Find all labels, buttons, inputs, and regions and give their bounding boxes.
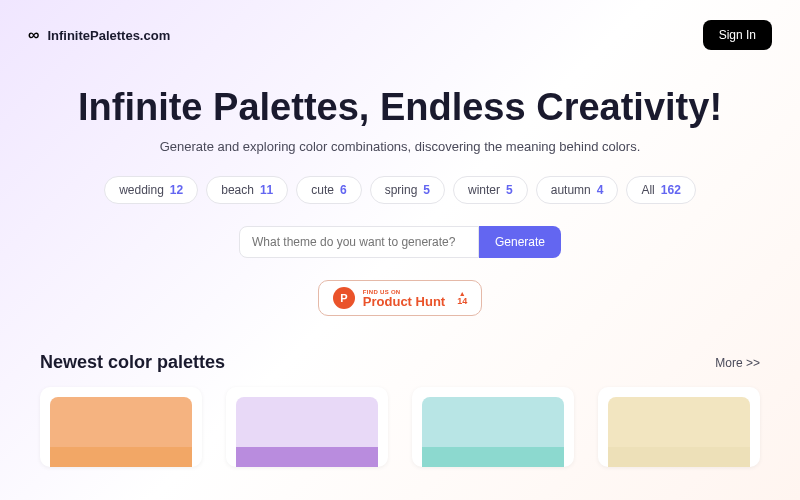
color-swatch (422, 447, 564, 467)
tag-label: winter (468, 183, 500, 197)
tag-count: 6 (340, 183, 347, 197)
producthunt-votes: 14 (457, 297, 467, 306)
hero-title: Infinite Palettes, Endless Creativity! (20, 86, 780, 129)
tag-autumn[interactable]: autumn 4 (536, 176, 619, 204)
tag-label: All (641, 183, 654, 197)
generate-button[interactable]: Generate (479, 226, 561, 258)
tag-count: 11 (260, 183, 273, 197)
palette-card[interactable] (40, 387, 202, 467)
tag-label: beach (221, 183, 254, 197)
color-swatch (50, 397, 192, 447)
tag-label: cute (311, 183, 334, 197)
tag-list: wedding 12 beach 11 cute 6 spring 5 wint… (20, 176, 780, 204)
tag-count: 12 (170, 183, 183, 197)
theme-input[interactable] (239, 226, 479, 258)
tag-count: 162 (661, 183, 681, 197)
tag-label: wedding (119, 183, 164, 197)
tag-count: 5 (423, 183, 430, 197)
producthunt-badge[interactable]: P FIND US ON Product Hunt ▲ 14 (318, 280, 482, 316)
signin-button[interactable]: Sign In (703, 20, 772, 50)
palette-card[interactable] (226, 387, 388, 467)
brand-name: InfinitePalettes.com (47, 28, 170, 43)
color-swatch (236, 447, 378, 467)
tag-label: autumn (551, 183, 591, 197)
tag-beach[interactable]: beach 11 (206, 176, 288, 204)
producthunt-icon: P (333, 287, 355, 309)
palette-card[interactable] (598, 387, 760, 467)
hero-subtitle: Generate and exploring color combination… (20, 139, 780, 154)
color-swatch (608, 397, 750, 447)
palette-grid (40, 387, 760, 467)
color-swatch (236, 397, 378, 447)
infinity-icon: ∞ (28, 26, 39, 44)
tag-count: 4 (597, 183, 604, 197)
color-swatch (422, 397, 564, 447)
tag-all[interactable]: All 162 (626, 176, 695, 204)
brand-logo[interactable]: ∞ InfinitePalettes.com (28, 26, 170, 44)
tag-cute[interactable]: cute 6 (296, 176, 361, 204)
color-swatch (608, 447, 750, 467)
palette-card[interactable] (412, 387, 574, 467)
tag-label: spring (385, 183, 418, 197)
section-title: Newest color palettes (40, 352, 225, 373)
tag-winter[interactable]: winter 5 (453, 176, 528, 204)
color-swatch (50, 447, 192, 467)
producthunt-name: Product Hunt (363, 295, 445, 308)
tag-wedding[interactable]: wedding 12 (104, 176, 198, 204)
tag-count: 5 (506, 183, 513, 197)
tag-spring[interactable]: spring 5 (370, 176, 445, 204)
more-link[interactable]: More >> (715, 356, 760, 370)
